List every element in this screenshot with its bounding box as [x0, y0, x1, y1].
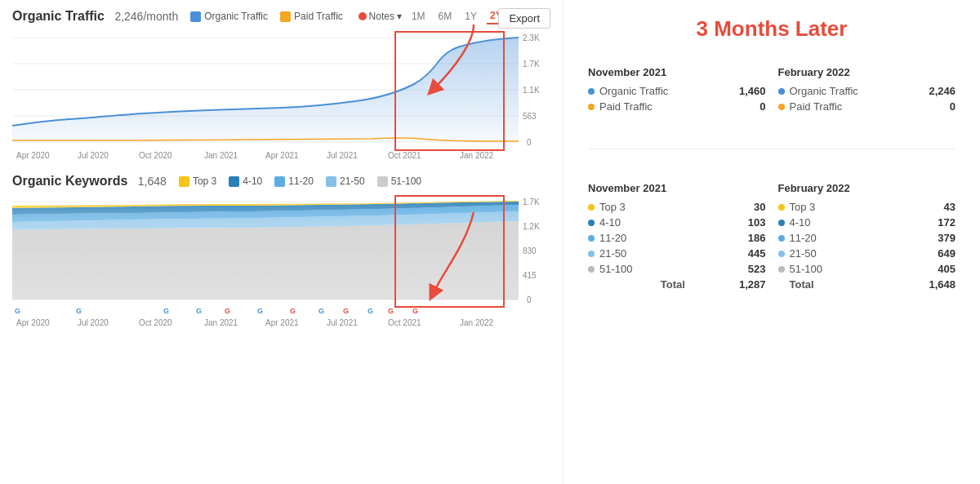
nov2021-paid-row: Paid Traffic 0: [588, 100, 766, 113]
chart2-subtitle: 1,648: [138, 175, 167, 188]
feb2022-51-100-value: 405: [923, 263, 956, 275]
svg-text:Oct 2021: Oct 2021: [388, 151, 421, 160]
nov2021-4-10-row: 4-10 103: [588, 216, 766, 229]
chart2-11-20-label: 11-20: [288, 175, 314, 187]
11-20-dot2-icon: [778, 235, 785, 242]
nov2021-organic-label: Organic Traffic: [599, 85, 728, 97]
21-50-dot-icon: [588, 251, 595, 257]
feb2022-organic-row: Organic Traffic 2,246: [778, 85, 956, 97]
svg-text:830: 830: [523, 246, 537, 255]
51-100-dot2-icon: [778, 266, 785, 273]
svg-text:0: 0: [527, 138, 532, 147]
charts-panel: Export Organic Traffic 2,246/month Organ…: [0, 0, 564, 484]
svg-text:Jul 2020: Jul 2020: [78, 318, 109, 327]
21-50-checkbox-icon: [326, 176, 336, 187]
feb2022-51-100-row: 51-100 405: [778, 263, 956, 275]
feb2022-4-10-value: 172: [923, 216, 956, 229]
feb2022-total-row: Total 1,648: [778, 278, 956, 291]
svg-text:G: G: [368, 307, 373, 315]
nov2021-top3-label: Top 3: [599, 201, 728, 213]
organic-dot2-icon: [778, 88, 785, 95]
chart2-legend-21-50[interactable]: 21-50: [326, 175, 365, 187]
feb2022-paid-value: 0: [923, 100, 956, 113]
top3-dot2-icon: [778, 204, 785, 211]
svg-text:1.1K: 1.1K: [523, 86, 540, 95]
svg-text:Oct 2020: Oct 2020: [139, 151, 172, 160]
notes-dot-icon: [359, 12, 367, 20]
nov2021-21-50-row: 21-50 445: [588, 247, 766, 260]
nov2021-traffic-block: November 2021 Organic Traffic 1,460 Paid…: [588, 58, 766, 124]
feb2022-top3-value: 43: [923, 201, 956, 213]
svg-text:2.3K: 2.3K: [523, 33, 540, 42]
notes-button[interactable]: Notes ▾: [359, 11, 402, 22]
chart2-section: Organic Keywords 1,648 Top 3 4-10 11-20: [12, 174, 550, 340]
svg-text:G: G: [412, 307, 418, 315]
feb2022-21-50-label: 21-50: [790, 247, 919, 260]
chart2-51-100-label: 51-100: [391, 175, 421, 187]
chart2-21-50-label: 21-50: [340, 175, 365, 187]
svg-text:G: G: [163, 307, 169, 315]
nov2021-4-10-label: 4-10: [599, 216, 728, 229]
feb2022-11-20-row: 11-20 379: [778, 232, 956, 244]
chart2-legend-11-20[interactable]: 11-20: [274, 175, 314, 187]
svg-text:Jul 2021: Jul 2021: [327, 318, 358, 327]
feb2022-traffic-title: February 2022: [778, 66, 956, 78]
export-button[interactable]: Export: [498, 8, 550, 29]
chart2-legend-top3[interactable]: Top 3: [179, 175, 216, 187]
svg-text:Apr 2021: Apr 2021: [265, 318, 299, 327]
paid-dot2-icon: [778, 104, 785, 110]
svg-text:G: G: [225, 307, 230, 315]
chart2-legend-51-100[interactable]: 51-100: [377, 175, 421, 187]
nov2021-organic-row: Organic Traffic 1,460: [588, 85, 766, 97]
svg-text:G: G: [290, 307, 296, 315]
feb2022-11-20-label: 11-20: [790, 232, 919, 244]
svg-text:G: G: [196, 307, 202, 315]
feb2022-4-10-row: 4-10 172: [778, 216, 956, 229]
notes-chevron-icon: ▾: [397, 11, 402, 22]
feb2022-organic-value: 2,246: [923, 85, 956, 97]
svg-text:G: G: [15, 307, 20, 315]
svg-text:Jan 2021: Jan 2021: [204, 151, 238, 160]
svg-text:1.7K: 1.7K: [523, 60, 540, 69]
nov2021-51-100-label: 51-100: [599, 263, 728, 275]
time-1m[interactable]: 1M: [408, 9, 429, 24]
feb2022-4-10-label: 4-10: [790, 216, 919, 229]
organic-checkbox-icon: [190, 11, 201, 22]
feb2022-keywords-title: February 2022: [778, 182, 956, 194]
chart1-legend-paid[interactable]: Paid Traffic: [280, 11, 343, 22]
chart1-organic-label: Organic Traffic: [204, 11, 268, 22]
feb2022-paid-label: Paid Traffic: [790, 100, 919, 113]
time-6m[interactable]: 6M: [435, 9, 456, 24]
chart1-legend-organic[interactable]: Organic Traffic: [190, 11, 268, 22]
svg-text:563: 563: [523, 112, 537, 121]
svg-text:1.2K: 1.2K: [523, 222, 540, 231]
svg-text:Oct 2020: Oct 2020: [139, 318, 172, 327]
4-10-dot2-icon: [778, 220, 785, 226]
svg-text:Apr 2020: Apr 2020: [16, 151, 50, 160]
chart2-header: Organic Keywords 1,648 Top 3 4-10 11-20: [12, 174, 550, 189]
4-10-checkbox-icon: [229, 176, 239, 187]
chart2-svg: 1.7K 1.2K 830 415 0: [12, 193, 543, 336]
svg-text:Jan 2021: Jan 2021: [204, 318, 238, 327]
time-1y[interactable]: 1Y: [461, 9, 480, 24]
chart2-4-10-label: 4-10: [243, 175, 262, 187]
nov2021-paid-label: Paid Traffic: [599, 100, 728, 113]
nov2021-51-100-value: 523: [733, 263, 766, 275]
svg-text:Oct 2021: Oct 2021: [388, 318, 421, 327]
chart2-legend-4-10[interactable]: 4-10: [229, 175, 262, 187]
svg-text:415: 415: [523, 271, 537, 280]
paid-dot-icon: [588, 104, 595, 110]
feb2022-keywords-block: February 2022 Top 3 43 4-10 172 11-20 37…: [778, 174, 956, 302]
51-100-dot-icon: [588, 266, 595, 273]
chart2-top3-label: Top 3: [193, 175, 216, 187]
svg-text:G: G: [343, 307, 349, 315]
chart2-title-group: Organic Keywords 1,648: [12, 174, 167, 189]
svg-text:Jan 2022: Jan 2022: [460, 151, 494, 160]
top3-dot-icon: [588, 204, 595, 211]
nov2021-total-value: 1,287: [733, 278, 766, 291]
top3-checkbox-icon: [179, 176, 189, 187]
chart1-wrapper: 2.3K 1.7K 1.1K 563 0: [12, 29, 550, 167]
feb2022-21-50-row: 21-50 649: [778, 247, 956, 260]
nov2021-51-100-row: 51-100 523: [588, 263, 766, 275]
svg-text:G: G: [388, 307, 394, 315]
